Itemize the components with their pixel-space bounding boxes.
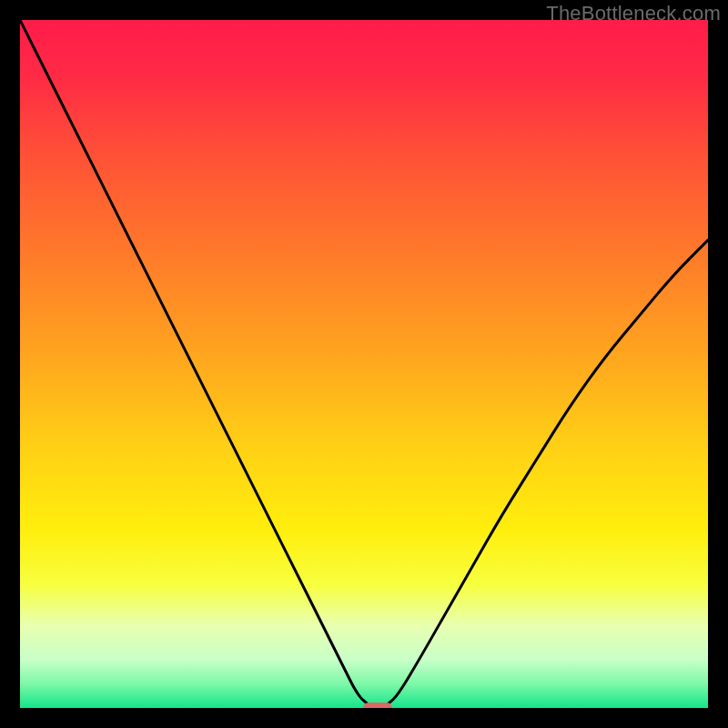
watermark-text: TheBottleneck.com [546, 2, 721, 25]
gradient-background [20, 20, 708, 708]
chart-frame: TheBottleneck.com [0, 0, 728, 728]
chart-svg [20, 20, 708, 708]
plot-area [20, 20, 708, 708]
valley-marker [363, 703, 392, 708]
